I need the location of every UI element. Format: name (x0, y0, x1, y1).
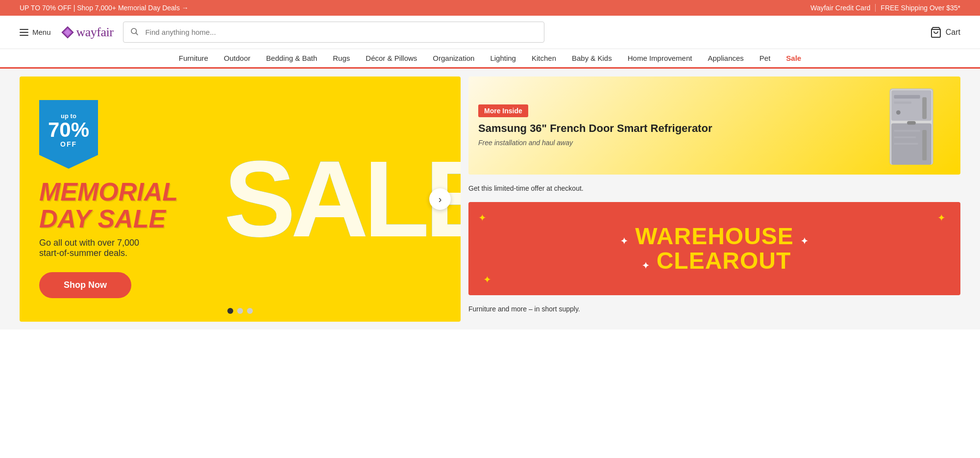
ref-card-subtitle: Free installation and haul away (478, 139, 864, 147)
badge-percent: 70% (48, 120, 89, 140)
svg-rect-16 (894, 130, 920, 132)
hero-subtitle: Go all out with over 7,000start-of-summe… (39, 238, 178, 258)
svg-rect-11 (922, 97, 927, 119)
warehouse-card[interactable]: ✦ ✦ ✦ ✦ WAREHOUSE ✦ ✦ CLEAROUT (468, 202, 960, 295)
sale-letters: SALE (224, 151, 461, 248)
banner-promo-text: UP TO 70% OFF | Shop 7,000+ Memorial Day… (20, 4, 189, 12)
warehouse-text: ✦ WAREHOUSE ✦ ✦ CLEAROUT (616, 224, 812, 274)
cart-icon (930, 26, 942, 38)
nav-kitchen[interactable]: Kitchen (532, 54, 556, 62)
svg-point-3 (131, 28, 137, 34)
nav-organization[interactable]: Organization (433, 54, 474, 62)
hero-right-column: More Inside Samsung 36" French Door Smar… (468, 76, 960, 322)
ref-card-title: Samsung 36" French Door Smart Refrigerat… (478, 122, 864, 135)
svg-rect-17 (894, 136, 915, 138)
nav-rugs[interactable]: Rugs (333, 54, 350, 62)
hamburger-icon (20, 29, 28, 36)
carousel-dot-2[interactable] (237, 308, 243, 314)
nav-outdoor[interactable]: Outdoor (224, 54, 250, 62)
hero-section: up to 70% OFF MEMORIALDAY SALE Go all ou… (0, 69, 980, 330)
sparkle-lines-left: ✦ (620, 237, 631, 246)
sparkle-icon-3: ✦ (483, 274, 491, 285)
nav-baby-kids[interactable]: Baby & Kids (572, 54, 612, 62)
search-bar (123, 22, 544, 43)
wayfair-logo[interactable]: wayfair (61, 25, 114, 40)
menu-button[interactable]: Menu (20, 28, 51, 36)
carousel-next-button[interactable]: › (429, 188, 451, 210)
banner-credit-card[interactable]: Wayfair Credit Card (810, 4, 870, 12)
warehouse-line1: WAREHOUSE (635, 223, 794, 249)
fridge-icon (882, 86, 941, 165)
logo-text: wayfair (76, 25, 114, 40)
warehouse-line2: CLEAROUT (657, 248, 791, 274)
sparkle-lines-right: ✦ (798, 237, 808, 246)
ref-card-content: More Inside Samsung 36" French Door Smar… (478, 104, 864, 147)
svg-line-4 (136, 33, 138, 35)
sparkle-lines-left2: ✦ (642, 261, 653, 271)
nav-furniture[interactable]: Furniture (179, 54, 208, 62)
banner-left[interactable]: UP TO 70% OFF | Shop 7,000+ Memorial Day… (20, 4, 189, 12)
nav-pet[interactable]: Pet (760, 54, 771, 62)
svg-rect-12 (922, 130, 927, 160)
banner-divider (875, 4, 876, 12)
nav-appliances[interactable]: Appliances (708, 54, 743, 62)
main-nav: Furniture Outdoor Bedding & Bath Rugs Dé… (0, 49, 980, 69)
nav-bedding-bath[interactable]: Bedding & Bath (266, 54, 317, 62)
search-input[interactable] (123, 22, 544, 43)
nav-decor-pillows[interactable]: Décor & Pillows (366, 54, 417, 62)
svg-rect-14 (894, 102, 911, 103)
hero-content: up to 70% OFF MEMORIALDAY SALE Go all ou… (20, 80, 197, 318)
menu-label: Menu (32, 28, 51, 36)
svg-rect-10 (907, 121, 916, 125)
shop-now-button[interactable]: Shop Now (39, 272, 131, 298)
nav-lighting[interactable]: Lighting (490, 54, 516, 62)
sparkle-icon-2: ✦ (937, 212, 946, 224)
search-icon (130, 27, 139, 38)
header: Menu wayfair Cart (0, 16, 980, 49)
banner-right: Wayfair Credit Card FREE Shipping Over $… (810, 4, 960, 12)
hero-banner: up to 70% OFF MEMORIALDAY SALE Go all ou… (20, 76, 461, 322)
nav-sale[interactable]: Sale (786, 54, 801, 62)
banner-shipping: FREE Shipping Over $35* (881, 4, 960, 12)
carousel-dot-1[interactable] (227, 308, 233, 314)
warehouse-note: Furniture and more – in short supply. (468, 303, 960, 315)
ref-card-note: Get this limited-time offer at checkout. (468, 182, 960, 194)
hero-title: MEMORIALDAY SALE (39, 178, 178, 232)
badge-off: OFF (60, 140, 77, 148)
carousel-dot-3[interactable] (247, 308, 253, 314)
nav-home-improvement[interactable]: Home Improvement (628, 54, 692, 62)
top-banner: UP TO 70% OFF | Shop 7,000+ Memorial Day… (0, 0, 980, 16)
carousel-dots (227, 308, 253, 314)
refrigerator-image (872, 86, 951, 165)
svg-point-15 (896, 110, 901, 115)
discount-badge: up to 70% OFF (39, 100, 98, 169)
logo-diamond-icon (61, 25, 74, 39)
svg-rect-18 (894, 143, 918, 145)
sparkle-icon-1: ✦ (478, 212, 487, 224)
cart-label: Cart (946, 28, 960, 37)
more-inside-badge: More Inside (478, 104, 528, 117)
svg-rect-13 (894, 95, 920, 99)
refrigerator-card[interactable]: More Inside Samsung 36" French Door Smar… (468, 76, 960, 175)
cart-button[interactable]: Cart (930, 26, 960, 38)
